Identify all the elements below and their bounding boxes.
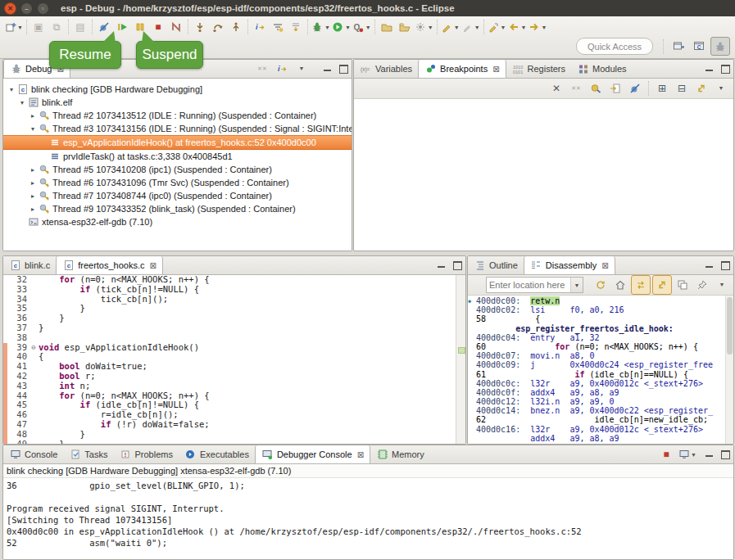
minimize-view-button[interactable] bbox=[322, 64, 332, 74]
maximize-view-button[interactable] bbox=[720, 64, 730, 74]
debug-perspective-button[interactable] bbox=[710, 37, 730, 56]
forward-history-button[interactable]: ▼ bbox=[527, 18, 547, 36]
track-expression-button[interactable] bbox=[652, 275, 672, 295]
new-wizard-button[interactable]: ▼ bbox=[3, 18, 24, 36]
line-number[interactable]: 47 bbox=[7, 420, 29, 430]
line-number[interactable]: 37 bbox=[7, 323, 29, 333]
show-breakpoints-for-selected-button[interactable] bbox=[587, 79, 605, 97]
step-return-button[interactable] bbox=[227, 18, 245, 36]
display-selected-console-button[interactable]: ▼ bbox=[677, 445, 697, 463]
expand-all-button[interactable]: ⊞ bbox=[653, 79, 671, 97]
print-button[interactable]: ▤ bbox=[71, 18, 89, 36]
terminate-button[interactable]: ■ bbox=[657, 445, 675, 463]
debug-tree-item[interactable]: ▾cblink checking [GDB Hardware Debugging… bbox=[3, 83, 352, 96]
debug-tree-item[interactable]: ▸Thread #6 1073431096 (Tmr Svc) (Suspend… bbox=[3, 176, 352, 189]
tab-debugger-console[interactable]: Debugger Console⊠ bbox=[255, 445, 370, 463]
dropdown-arrow-icon[interactable]: ▼ bbox=[454, 25, 460, 30]
run-launch-button[interactable]: ▼ bbox=[331, 18, 352, 36]
tab-outline[interactable]: Outline bbox=[468, 256, 524, 274]
instruction-stepping-button[interactable]: i bbox=[251, 18, 269, 36]
tab-variables[interactable]: (x)=Variables bbox=[354, 60, 418, 78]
debug-tree-item[interactable]: prvIdleTask() at tasks.c:3,338 0x400845d… bbox=[3, 150, 352, 163]
code-editor[interactable]: 32 for (n=0; n<MAX_HOOKS; n++) {33 if (t… bbox=[3, 275, 465, 444]
instruction-stepping-mode-button[interactable]: i bbox=[273, 60, 291, 78]
debug-launch-button[interactable]: ▼ bbox=[311, 18, 331, 36]
tree-expander-icon[interactable]: ▸ bbox=[28, 192, 38, 200]
tab-tasks[interactable]: Tasks bbox=[63, 445, 113, 463]
tab-modules[interactable]: Modules bbox=[571, 60, 633, 78]
window-minimize-button[interactable]: – bbox=[20, 2, 33, 15]
collapse-all-button[interactable]: ⊟ bbox=[673, 79, 691, 97]
disconnect-button[interactable] bbox=[167, 18, 185, 36]
tab-problems[interactable]: !Problems bbox=[113, 445, 178, 463]
previous-annotation-button[interactable]: ▼ bbox=[461, 18, 481, 36]
quick-access[interactable]: Quick Access bbox=[576, 38, 653, 55]
console-output[interactable]: 36 gpio_set_level(BLINK_GPIO, 1);Program… bbox=[3, 478, 733, 560]
line-number[interactable]: 48 bbox=[7, 430, 29, 440]
maximize-view-button[interactable] bbox=[720, 449, 730, 459]
tree-expander-icon[interactable]: ▸ bbox=[28, 166, 38, 174]
step-into-button[interactable] bbox=[191, 18, 209, 36]
debug-tree-item[interactable]: ▸Thread #5 1073410208 (ipc1) (Suspended … bbox=[3, 163, 352, 176]
link-with-debug-view-button[interactable] bbox=[692, 79, 710, 97]
minimize-view-button[interactable] bbox=[704, 449, 714, 459]
dropdown-arrow-icon[interactable]: ▼ bbox=[17, 25, 23, 30]
close-tab-icon[interactable]: ⊠ bbox=[601, 261, 608, 270]
dropdown-arrow-icon[interactable]: ▼ bbox=[501, 25, 506, 30]
location-input[interactable] bbox=[487, 280, 570, 290]
next-annotation-button[interactable]: ▼ bbox=[440, 18, 461, 36]
debug-tree[interactable]: ▾cblink checking [GDB Hardware Debugging… bbox=[3, 79, 352, 251]
close-tab-icon[interactable]: ⊠ bbox=[492, 65, 499, 74]
resume-button[interactable] bbox=[113, 18, 131, 36]
location-dropdown-icon[interactable]: ▼ bbox=[570, 278, 583, 292]
sync-with-active-debug-context-button[interactable] bbox=[631, 275, 651, 295]
dropdown-arrow-icon[interactable]: ▼ bbox=[541, 25, 547, 30]
dropdown-arrow-icon[interactable]: ▼ bbox=[521, 25, 527, 30]
tab-freertos-hooks-c[interactable]: cfreertos_hooks.c⊠ bbox=[56, 256, 163, 274]
open-resource-button[interactable] bbox=[396, 18, 414, 36]
tree-expander-icon[interactable]: ▾ bbox=[28, 125, 38, 133]
line-number[interactable]: 49 bbox=[7, 440, 29, 444]
disassembly-content[interactable]: ◆400d0c00: retw.n400d0c02: lsi f0, a0, 2… bbox=[468, 296, 733, 445]
back-history-button[interactable]: ▼ bbox=[507, 18, 528, 36]
line-number[interactable]: 38 bbox=[7, 333, 29, 343]
view-menu-button[interactable]: ▼ bbox=[712, 79, 730, 97]
external-tools-button[interactable]: ▼ bbox=[414, 18, 434, 36]
profile-launch-button[interactable]: Q▼ bbox=[352, 18, 372, 36]
breakpoints-list[interactable] bbox=[354, 99, 733, 250]
c-cpp-perspective-button[interactable]: C bbox=[690, 37, 708, 54]
overview-annotation[interactable] bbox=[458, 347, 465, 354]
minimize-view-button[interactable] bbox=[704, 260, 714, 270]
minimize-view-button[interactable] bbox=[436, 260, 446, 270]
tree-expander-icon[interactable]: ▸ bbox=[28, 112, 38, 120]
last-edit-location-button[interactable]: ▼ bbox=[487, 18, 507, 36]
pin-view-button[interactable] bbox=[693, 276, 711, 294]
go-to-file-for-breakpoint-button[interactable] bbox=[606, 79, 624, 97]
maximize-view-button[interactable] bbox=[338, 64, 348, 74]
debug-tree-item[interactable]: ▸Thread #7 1073408744 (ipc0) (Suspended … bbox=[3, 189, 352, 202]
open-new-view-button[interactable] bbox=[674, 276, 692, 294]
remove-all-terminated-button[interactable]: ✕✕ bbox=[253, 60, 271, 78]
debug-tree-item[interactable]: ▾blink.elf bbox=[3, 96, 352, 109]
scrollbar[interactable] bbox=[725, 296, 733, 445]
drop-to-frame-button[interactable] bbox=[287, 18, 305, 36]
tree-expander-icon[interactable]: ▸ bbox=[28, 205, 38, 213]
debug-tree-item[interactable]: ▸Thread #9 1073433352 (blink_task) (Susp… bbox=[3, 202, 352, 215]
home-button[interactable] bbox=[611, 276, 629, 294]
debug-tree-item[interactable]: ▾Thread #3 1073413156 (IDLE : Running) (… bbox=[3, 122, 352, 135]
window-close-button[interactable]: ✕ bbox=[4, 2, 16, 15]
dropdown-arrow-icon[interactable]: ▼ bbox=[474, 25, 480, 30]
view-menu-button[interactable]: ▼ bbox=[713, 276, 731, 294]
open-perspective-button[interactable] bbox=[669, 37, 687, 54]
tab-blink-c[interactable]: cblink.c bbox=[3, 256, 56, 274]
debug-tree-item[interactable]: ▸Thread #2 1073413512 (IDLE : Running) (… bbox=[3, 109, 352, 122]
overview-ruler[interactable] bbox=[456, 275, 465, 444]
debug-tree-item[interactable]: xtensa-esp32-elf-gdb (7.10) bbox=[3, 215, 352, 228]
window-maximize-button[interactable]: ▫ bbox=[37, 2, 49, 15]
dropdown-arrow-icon[interactable]: ▼ bbox=[365, 25, 371, 30]
dropdown-arrow-icon[interactable]: ▼ bbox=[345, 25, 351, 30]
skip-all-breakpoints-button[interactable] bbox=[626, 79, 644, 97]
tab-executables[interactable]: Executables bbox=[179, 445, 255, 463]
tab-console[interactable]: Console bbox=[3, 445, 63, 463]
tree-expander-icon[interactable]: ▾ bbox=[17, 99, 27, 106]
